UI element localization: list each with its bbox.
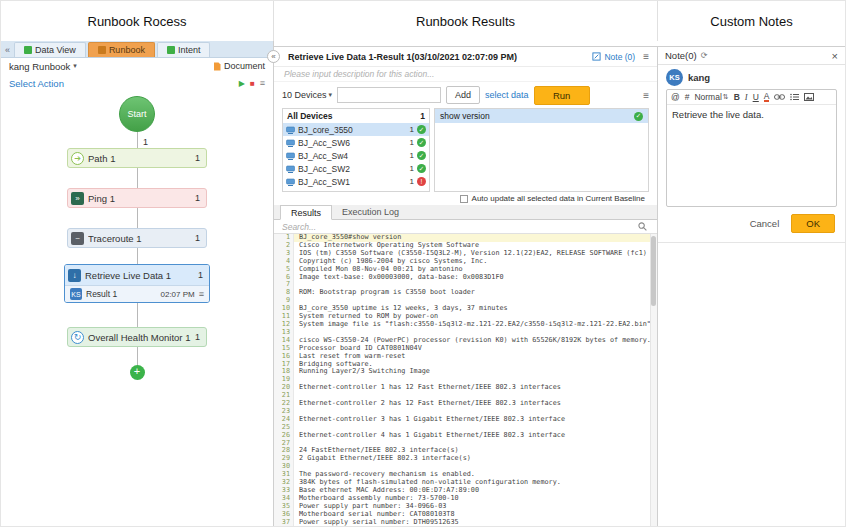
line-text: Ethernet-controller 3 has 1 Gigabit Ethe…	[294, 416, 657, 424]
code-line: 2Cisco Internetwork Operating System Sof…	[274, 242, 657, 250]
controls-menu-icon[interactable]: ≡	[643, 90, 649, 101]
code-line: 18Running Layer2/3 Switching Image	[274, 368, 657, 376]
close-icon[interactable]: ×	[832, 50, 838, 62]
line-text: BJ_core_3550#show version	[294, 234, 657, 242]
status-ok-icon: ✓	[417, 125, 426, 134]
notes-title: Note(0)	[665, 50, 697, 61]
main-area: « Data View Runbook Intent kang Runbook	[1, 41, 845, 527]
text-color-button[interactable]: A	[764, 92, 770, 102]
flow-node-overall-health-monitor[interactable]: ↻ Overall Health Monitor 1 1	[67, 327, 207, 347]
line-text	[294, 424, 657, 432]
tab-data-view[interactable]: Data View	[14, 42, 86, 57]
device-input[interactable]	[337, 87, 441, 103]
description-row[interactable]: Please input description for this action…	[274, 67, 657, 82]
code-line: 34Motherboard assembly number: 73-5700-1…	[274, 495, 657, 503]
command-label: show version	[440, 111, 634, 121]
select-data-link[interactable]: select data	[485, 90, 529, 100]
line-number: 8	[274, 289, 294, 297]
flow-node-traceroute[interactable]: ~ Traceroute 1 1	[67, 228, 207, 248]
code-line: 27	[274, 440, 657, 448]
italic-button[interactable]: I	[745, 92, 748, 102]
collapse-left-icon[interactable]: «	[5, 45, 10, 55]
runbook-selector[interactable]: kang Runbook ▾	[9, 61, 77, 72]
flow-node-retrieve-live-data[interactable]: ↓ Retrieve Live Data 1 1 KS Result 1 02:…	[64, 264, 210, 303]
result-time: 02:07 PM	[160, 290, 194, 299]
flow-start-node[interactable]: Start	[119, 96, 155, 132]
code-line: 23	[274, 408, 657, 416]
mention-icon[interactable]: @	[671, 92, 680, 102]
search-icon[interactable]	[638, 222, 647, 231]
code-line: 30	[274, 463, 657, 471]
results-menu-icon[interactable]: ≡	[643, 51, 649, 62]
avatar: KS	[666, 69, 683, 86]
bold-button[interactable]: B	[734, 92, 740, 102]
device-row[interactable]: BJ_Acc_SW6 1 ✓	[283, 136, 429, 149]
add-step-button[interactable]: +	[130, 365, 145, 380]
command-row[interactable]: show version ✓	[435, 109, 648, 123]
devices-dropdown[interactable]: 10 Devices ▾	[282, 90, 332, 100]
line-text: cisco WS-C3550-24 (PowerPC) processor (r…	[294, 337, 657, 345]
search-input[interactable]	[282, 222, 632, 232]
result-row[interactable]: KS Result 1 02:07 PM ≡	[65, 285, 209, 302]
tab-intent[interactable]: Intent	[157, 42, 211, 57]
results-tabs: Results Execution Log	[274, 205, 657, 220]
code-line: 1BJ_core_3550#show version	[274, 234, 657, 242]
runbook-selector-label: kang Runbook	[9, 61, 70, 72]
note-footer: Cancel OK	[658, 207, 845, 240]
style-arrows-icon: ⇅	[723, 93, 729, 101]
results-header: « Retrieve Live Data 1-Result 1(03/10/20…	[274, 47, 657, 67]
collapse-results-icon[interactable]: «	[267, 50, 280, 63]
code-output: 1BJ_core_3550#show version2Cisco Interne…	[274, 234, 657, 527]
flow-node-label: Ping 1	[88, 193, 191, 204]
editor-toolbar: @ # Normal ⇅ B I U A	[667, 90, 836, 105]
device-icon	[286, 178, 295, 186]
retrieve-live-data-icon: ↓	[68, 269, 81, 282]
path-icon: ➔	[71, 152, 84, 165]
code-line: 14cisco WS-C3550-24 (PowerPC) processor …	[274, 337, 657, 345]
runbook-menu-icon[interactable]: ≡	[260, 78, 265, 88]
device-name: BJ_Acc_SW6	[298, 138, 407, 148]
code-line: 13	[274, 329, 657, 337]
run-runbook-icon[interactable]: ▶	[239, 79, 245, 88]
device-row[interactable]: BJ_core_3550 1 ✓	[283, 123, 429, 136]
style-select-label: Normal	[694, 92, 721, 102]
note-link[interactable]: Note (0)	[592, 52, 635, 62]
line-text: Ethernet-controller 1 has 12 Fast Ethern…	[294, 384, 657, 392]
hashtag-icon[interactable]: #	[685, 92, 690, 102]
tab-results[interactable]: Results	[280, 205, 332, 220]
refresh-icon[interactable]: ⟳	[701, 51, 708, 60]
link-icon[interactable]	[774, 93, 785, 101]
flow-node-retrieve-header[interactable]: ↓ Retrieve Live Data 1 1	[65, 265, 209, 285]
document-button[interactable]: Document	[213, 61, 265, 71]
line-text: Copyright (c) 1986-2004 by cisco Systems…	[294, 258, 657, 266]
device-row[interactable]: BJ_Acc_SW2 1 ✓	[283, 162, 429, 175]
auto-update-checkbox[interactable]	[460, 195, 468, 203]
scrollbar-track[interactable]	[650, 234, 657, 527]
flow-node-path[interactable]: ➔ Path 1 1	[67, 148, 207, 168]
add-button[interactable]: Add	[446, 86, 480, 104]
device-row[interactable]: BJ_Acc_Sw4 1 ✓	[283, 149, 429, 162]
bullet-list-icon[interactable]	[790, 93, 799, 101]
ok-button[interactable]: OK	[791, 214, 835, 233]
style-select[interactable]: Normal ⇅	[694, 92, 728, 102]
cancel-button[interactable]: Cancel	[750, 218, 780, 229]
result-menu-icon[interactable]: ≡	[199, 289, 204, 299]
device-icon	[286, 165, 295, 173]
tab-runbook[interactable]: Runbook	[88, 42, 155, 57]
device-row[interactable]: BJ_Acc_SW1 1 !	[283, 175, 429, 188]
run-button[interactable]: Run	[534, 86, 590, 105]
code-line: 26Ethernet-controller 4 has 1 Gigabit Et…	[274, 432, 657, 440]
divider	[658, 242, 845, 243]
select-action-link[interactable]: Select Action	[9, 78, 64, 89]
scrollbar-thumb[interactable]	[651, 236, 656, 306]
stop-runbook-icon[interactable]: ■	[250, 79, 255, 88]
flow-node-ping[interactable]: » Ping 1 1	[67, 188, 207, 208]
author-name: kang	[688, 72, 710, 83]
note-text-area[interactable]: Retrieve the live data.	[667, 105, 836, 206]
line-text: System image file is "flash:c3550-i5q3l2…	[294, 321, 657, 329]
underline-button[interactable]: U	[753, 92, 759, 102]
image-icon[interactable]	[804, 93, 814, 101]
tab-execution-log[interactable]: Execution Log	[332, 204, 409, 219]
branch-count-label: 1	[143, 137, 148, 147]
notes-panel: Note(0) ⟳ × KS kang @ # Normal ⇅ B I	[658, 46, 845, 527]
